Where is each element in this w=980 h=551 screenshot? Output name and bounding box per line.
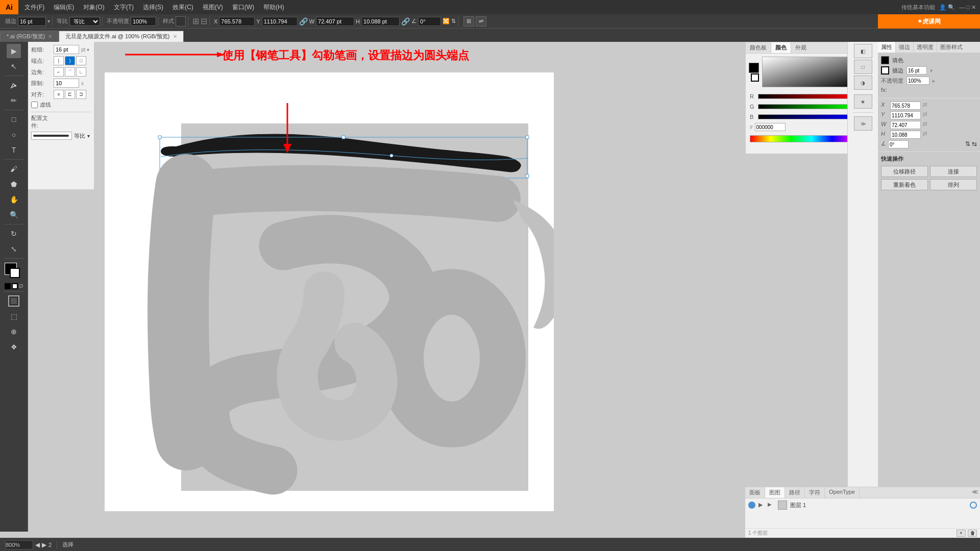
layer-visibility-toggle[interactable]	[748, 502, 755, 509]
screen-mode-tool[interactable]: ⬚	[7, 309, 21, 323]
fill-color-swatch[interactable]	[749, 63, 759, 73]
layers-tab-char[interactable]: 字符	[805, 487, 825, 498]
pencil-tool[interactable]: ✏	[7, 93, 21, 108]
layers-tab-paths[interactable]: 路径	[785, 487, 805, 498]
align-center[interactable]: ≡	[54, 90, 64, 99]
tab1-close[interactable]: ✕	[48, 34, 52, 39]
tab-1[interactable]: *.ai (RGB/预览) ✕	[0, 31, 59, 42]
props-tab-opacity[interactable]: 透明度	[914, 42, 937, 53]
extra-tool2[interactable]: ❖	[7, 340, 21, 354]
join-btn[interactable]: 连接	[930, 166, 977, 177]
menu-select[interactable]: 选择(S)	[139, 2, 167, 13]
menu-edit[interactable]: 编辑(E)	[50, 2, 78, 13]
fill-indicator[interactable]	[881, 56, 889, 64]
recolor-btn[interactable]: 重新着色	[881, 179, 928, 190]
w-input[interactable]	[316, 17, 354, 26]
rotate-tool[interactable]: ↻	[7, 227, 21, 241]
tab-2[interactable]: 元旦是九猫源文件.ai @ 100% (RGB/预览) ✕	[59, 31, 183, 42]
g-slider-track[interactable]	[758, 104, 856, 109]
opacity-btn-side[interactable]: ◑	[854, 76, 872, 90]
x-input[interactable]	[219, 17, 255, 26]
layers-tab-panel[interactable]: 面板	[745, 487, 765, 498]
stroke-input[interactable]	[18, 17, 46, 26]
layers-tab-opentype[interactable]: OpenType	[825, 487, 860, 498]
style-select[interactable]: 等比	[69, 17, 100, 26]
delete-layer-btn[interactable]: 🗑	[968, 530, 977, 537]
menu-view[interactable]: 视图(V)	[199, 2, 227, 13]
props-tab-attrs[interactable]: 属性	[878, 42, 896, 53]
dashed-checkbox[interactable]	[31, 102, 38, 108]
join-miter[interactable]: ⌐	[54, 67, 64, 77]
paint-tool[interactable]: ⬟	[7, 177, 21, 191]
pen-tool[interactable]	[7, 78, 21, 92]
menu-help[interactable]: 帮助(H)	[259, 2, 288, 13]
fill-btn-side[interactable]: ◧	[854, 44, 872, 58]
menu-text[interactable]: 文字(T)	[110, 2, 138, 13]
hand-tool[interactable]: ✋	[7, 192, 21, 207]
stroke-color-swatch[interactable]	[751, 73, 759, 82]
cap-butt[interactable]: |	[54, 56, 64, 65]
zoom-input[interactable]	[5, 540, 33, 549]
menu-window[interactable]: 窗口(W)	[228, 2, 258, 13]
zoom-tool[interactable]: 🔍	[7, 208, 21, 222]
menu-file[interactable]: 文件(F)	[20, 2, 48, 13]
color-tab-appearance[interactable]: 外观	[791, 42, 811, 53]
effect-btn-side[interactable]: ★	[854, 94, 872, 109]
props-tab-stroke[interactable]: 描边	[896, 42, 914, 53]
cap-round[interactable]: )	[65, 56, 75, 65]
view-mode-tool[interactable]	[7, 294, 21, 308]
stroke-weight-input[interactable]	[54, 45, 79, 54]
shape-tool[interactable]: □	[7, 112, 21, 127]
hex-input[interactable]	[755, 123, 786, 131]
menu-object[interactable]: 对象(O)	[79, 2, 108, 13]
extra-tool1[interactable]: ⊕	[7, 324, 21, 339]
layer-expand[interactable]: ▶	[768, 502, 775, 509]
y-right[interactable]	[890, 111, 921, 119]
select-tool[interactable]: ▶	[7, 44, 21, 58]
next-page-btn[interactable]: ▶	[42, 541, 46, 548]
stroke-indicator[interactable]	[881, 66, 889, 74]
arrange-btn[interactable]: 排列	[930, 179, 977, 190]
menu-effect[interactable]: 效果(C)	[168, 2, 198, 13]
layers-tab-layers[interactable]: 图图	[765, 487, 785, 498]
w-right[interactable]	[890, 121, 921, 129]
ellipse-tool[interactable]: ○	[7, 128, 21, 142]
angle-input[interactable]	[418, 17, 441, 26]
path-offset-btn[interactable]: 位移路径	[881, 166, 928, 177]
join-bevel[interactable]: ∟	[76, 67, 86, 77]
r-slider-track[interactable]	[758, 94, 856, 99]
color-tab-swatches[interactable]: 颜色板	[746, 42, 771, 53]
color-tab-color[interactable]: 颜色	[771, 42, 791, 53]
profile-dropdown[interactable]: ▾	[87, 133, 90, 139]
angle-right[interactable]	[888, 140, 909, 148]
new-layer-btn[interactable]: +	[957, 530, 966, 537]
props-tab-graphic[interactable]: 图形样式	[937, 42, 966, 53]
h-right[interactable]	[890, 131, 921, 139]
align-btn[interactable]: ⊞	[463, 16, 474, 27]
direct-select-tool[interactable]: ↖	[7, 59, 21, 73]
cap-square[interactable]: □	[76, 56, 86, 65]
expand-btn[interactable]: ≫	[854, 116, 872, 131]
stroke-width-right[interactable]	[906, 66, 927, 74]
opacity-right[interactable]	[906, 77, 929, 85]
scale-tool[interactable]: ⤡	[7, 242, 21, 256]
align-inside[interactable]: ⊏	[65, 90, 75, 99]
stroke-btn-side[interactable]: □	[854, 60, 872, 74]
x-right[interactable]	[890, 102, 921, 110]
align-outside[interactable]: ⊐	[76, 90, 86, 99]
brush-tool[interactable]: 🖌	[7, 162, 21, 176]
stroke-limit-input[interactable]	[54, 79, 79, 88]
tab2-close[interactable]: ✕	[173, 34, 177, 39]
layers-expand-btn[interactable]: ≪	[972, 488, 979, 495]
color-swatches[interactable]	[5, 263, 23, 281]
layer-select-indicator[interactable]	[970, 502, 977, 509]
b-slider-track[interactable]	[758, 114, 856, 119]
opacity-input[interactable]	[131, 17, 156, 26]
y-input[interactable]	[262, 17, 298, 26]
join-round[interactable]: ⌒	[65, 67, 75, 77]
stroke-swatch[interactable]	[10, 268, 20, 278]
transform-btn[interactable]: ⇌	[476, 16, 486, 27]
type-tool[interactable]: T	[7, 143, 21, 157]
layer-lock-toggle[interactable]: ▶	[758, 502, 765, 509]
prev-page-btn[interactable]: ◀	[35, 541, 40, 548]
